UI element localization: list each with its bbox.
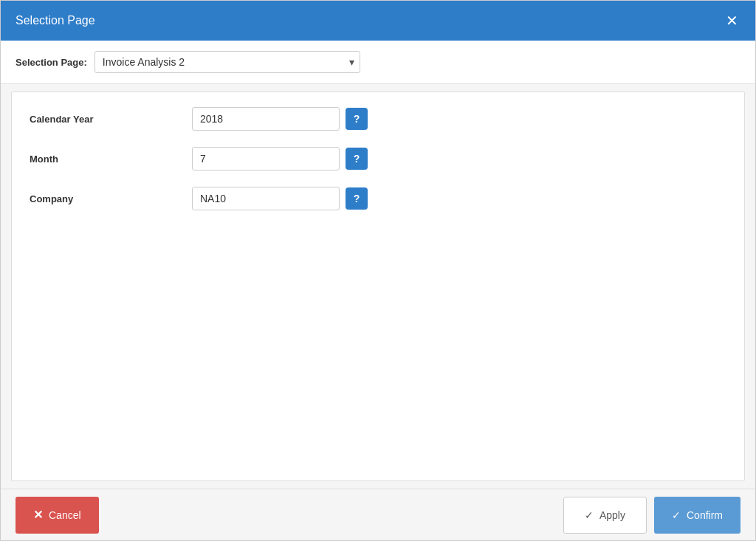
month-row: Month ? xyxy=(30,147,726,170)
modal-subheader: Selection Page: Invoice Analysis 2 Invoi… xyxy=(1,41,755,84)
company-label: Company xyxy=(30,193,192,204)
apply-check-icon: ✓ xyxy=(585,509,594,521)
cancel-button[interactable]: ✕ Cancel xyxy=(16,497,99,534)
month-input[interactable] xyxy=(192,147,340,170)
company-input-group: ? xyxy=(192,187,368,210)
confirm-check-icon: ✓ xyxy=(672,509,681,521)
modal-footer: ✕ Cancel ✓ Apply ✓ Confirm xyxy=(1,489,755,540)
company-help-button[interactable]: ? xyxy=(346,187,368,210)
modal-header: Selection Page ✕ xyxy=(1,1,755,41)
selection-page-dropdown[interactable]: Invoice Analysis 2 Invoice Analysis 1 xyxy=(94,51,360,73)
month-input-group: ? xyxy=(192,147,368,170)
confirm-button[interactable]: ✓ Confirm xyxy=(654,497,740,534)
form-panel: Calendar Year ? Month ? Company xyxy=(11,92,745,481)
calendar-year-help-button[interactable]: ? xyxy=(346,108,368,130)
month-help-button[interactable]: ? xyxy=(346,148,368,170)
cancel-x-icon: ✕ xyxy=(33,508,43,522)
month-label: Month xyxy=(30,154,192,165)
company-row: Company ? xyxy=(30,187,726,210)
modal-container: Selection Page ✕ Selection Page: Invoice… xyxy=(0,0,756,541)
selection-page-label: Selection Page: xyxy=(16,57,87,68)
calendar-year-row: Calendar Year ? xyxy=(30,107,726,131)
calendar-year-input-group: ? xyxy=(192,107,368,131)
modal-title: Selection Page xyxy=(16,14,95,27)
apply-label: Apply xyxy=(599,509,625,521)
cancel-label: Cancel xyxy=(49,509,81,521)
apply-button[interactable]: ✓ Apply xyxy=(563,497,647,534)
company-input[interactable] xyxy=(192,187,340,210)
confirm-label: Confirm xyxy=(687,509,723,521)
modal-body: Calendar Year ? Month ? Company xyxy=(1,84,755,489)
close-button[interactable]: ✕ xyxy=(723,12,740,30)
footer-right: ✓ Apply ✓ Confirm xyxy=(563,497,740,534)
calendar-year-label: Calendar Year xyxy=(30,114,192,125)
selection-page-dropdown-wrapper: Invoice Analysis 2 Invoice Analysis 1 ▾ xyxy=(94,51,360,73)
calendar-year-input[interactable] xyxy=(192,107,340,131)
